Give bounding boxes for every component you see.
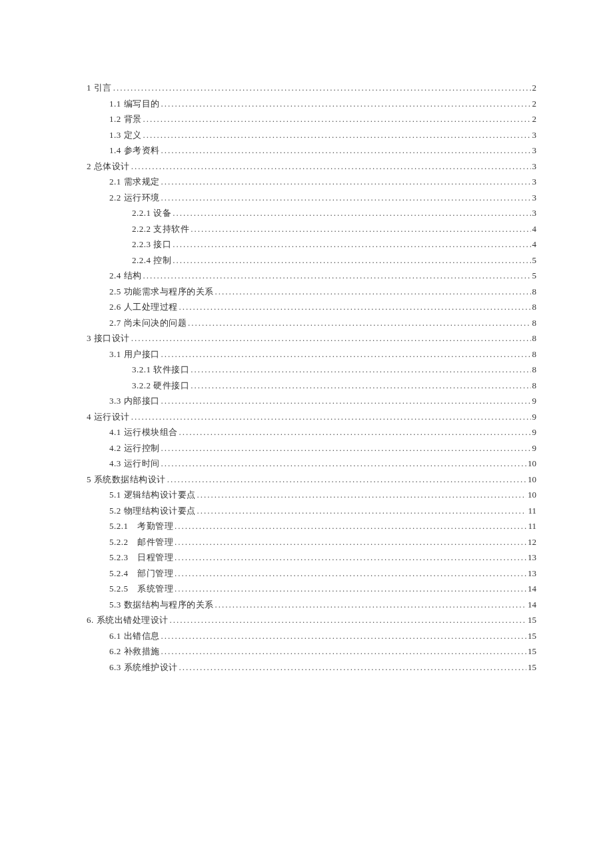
toc-leader-dots [131,409,531,425]
toc-entry[interactable]: 4.2 运行控制9 [87,440,536,456]
toc-entry-label: 5.2.2 邮件管理 [109,534,173,550]
toc-entry-page: 8 [532,378,537,394]
toc-entry[interactable]: 2.1 需求规定3 [87,174,536,190]
toc-leader-dots [175,550,526,566]
toc-entry[interactable]: 6.2 补救措施 15 [87,644,536,659]
toc-entry[interactable]: 2.7 尚未问决的问题8 [87,315,536,331]
toc-entry-label: 2 总体设计 [87,159,130,175]
toc-entry-page: 15 [528,612,536,628]
toc-entry-page: 5 [532,252,537,268]
toc-entry[interactable]: 6.3 系统维护设计 15 [87,659,536,675]
toc-entry[interactable]: 2.5 功能需求与程序的关系 8 [87,284,536,300]
toc-entry-page: 2 [532,80,537,96]
toc-entry[interactable]: 4.1 运行模块组合 9 [87,424,536,440]
toc-entry[interactable]: 1.1 编写目的2 [87,96,536,112]
toc-leader-dots [161,440,531,456]
toc-leader-dots [179,659,527,675]
toc-entry[interactable]: 3.2.1 软件接口 8 [87,362,536,378]
toc-leader-dots [191,378,530,394]
toc-entry-page: 8 [532,284,537,300]
toc-leader-dots [131,330,531,346]
toc-entry-label: 6.2 补救措施 [109,644,160,659]
toc-entry[interactable]: 5.1 逻辑结构设计要点 10 [87,487,536,503]
toc-entry-label: 6.3 系统维护设计 [109,659,178,675]
toc-entry[interactable]: 2 总体设计3 [87,159,536,175]
toc-entry-label: 1.1 编写目的 [109,96,160,112]
toc-leader-dots [161,174,531,190]
toc-leader-dots [161,393,531,409]
toc-leader-dots [175,566,526,582]
toc-leader-dots [161,346,531,362]
toc-entry[interactable]: 1.3 定义3 [87,127,536,143]
toc-entry-page: 2 [532,96,537,112]
toc-leader-dots [170,612,527,628]
toc-entry-label: 1.2 背景 [109,111,142,127]
toc-entry[interactable]: 5.2.3 日程管理 13 [87,550,536,566]
toc-entry-label: 2.2.2 支持软件 [132,221,189,237]
toc-entry-page: 3 [532,127,537,143]
toc-entry[interactable]: 4.3 运行时间 10 [87,456,536,472]
toc-leader-dots [173,236,530,252]
toc-entry[interactable]: 1.2 背景2 [87,111,536,127]
toc-entry[interactable]: 5 系统数据结构设计 10 [87,472,536,488]
toc-entry-page: 10 [528,472,536,488]
toc-entry[interactable]: 3.1 用户接口 8 [87,346,536,362]
toc-leader-dots [161,456,527,472]
toc-leader-dots [131,159,531,175]
toc-entry-page: 4 [532,221,537,237]
toc-entry-label: 1.3 定义 [109,127,142,143]
toc-entry-page: 3 [532,190,537,206]
toc-leader-dots [215,597,527,613]
toc-entry[interactable]: 4 运行设计9 [87,409,536,425]
toc-leader-dots [173,205,530,221]
toc-entry[interactable]: 6. 系统出错处理设计 15 [87,612,536,628]
toc-entry[interactable]: 3.3 内部接口 9 [87,393,536,409]
toc-leader-dots [191,221,530,237]
toc-leader-dots [143,268,531,284]
toc-leader-dots [175,581,526,597]
toc-entry-page: 8 [532,315,537,331]
toc-entry[interactable]: 5.2.2 邮件管理 12 [87,534,536,550]
toc-entry[interactable]: 2.2.2 支持软件4 [87,221,536,237]
toc-entry-page: 14 [528,597,536,613]
toc-entry-label: 5.2.1 考勤管理 [109,518,173,534]
toc-entry-label: 2.2.4 控制 [132,252,171,268]
toc-entry[interactable]: 1 引言2 [87,80,536,96]
toc-entry-label: 1 引言 [87,80,112,96]
toc-entry[interactable]: 2.2.1 设备3 [87,205,536,221]
toc-entry[interactable]: 2.2 运行环境3 [87,190,536,206]
toc-entry[interactable]: 5.2.4 部门管理 13 [87,566,536,582]
table-of-contents: 1 引言21.1 编写目的21.2 背景21.3 定义31.4 参考资料32 总… [87,80,536,675]
toc-entry[interactable]: 1.4 参考资料3 [87,143,536,159]
toc-leader-dots [161,190,531,206]
toc-entry[interactable]: 3 接口设计8 [87,330,536,346]
toc-entry[interactable]: 5.2.5 系统管理 14 [87,581,536,597]
toc-entry[interactable]: 2.4 结构5 [87,268,536,284]
toc-leader-dots [173,252,530,268]
toc-leader-dots [143,111,531,127]
toc-entry[interactable]: 5.2.1 考勤管理 11 [87,518,536,534]
toc-entry-page: 13 [528,566,536,582]
toc-entry-page: 3 [532,143,537,159]
toc-entry[interactable]: 5.2 物理结构设计要点 11 [87,503,536,519]
toc-entry-page: 4 [532,236,537,252]
toc-leader-dots [161,143,531,159]
toc-entry[interactable]: 3.2.2 硬件接口 8 [87,378,536,394]
toc-entry-label: 6. 系统出错处理设计 [87,612,169,628]
toc-entry-label: 6.1 出错信息 [109,628,160,644]
toc-entry[interactable]: 2.2.3 接口 4 [87,236,536,252]
toc-entry-label: 4 运行设计 [87,409,130,425]
toc-entry-label: 5.2.4 部门管理 [109,566,173,582]
toc-entry-page: 8 [532,362,537,378]
toc-entry-page: 11 [528,518,536,534]
toc-entry-label: 2.5 功能需求与程序的关系 [109,284,214,300]
toc-entry-page: 3 [532,174,537,190]
toc-entry[interactable]: 6.1 出错信息 15 [87,628,536,644]
toc-entry[interactable]: 2.6 人工处理过程8 [87,299,536,315]
toc-leader-dots [113,80,531,96]
toc-entry[interactable]: 5.3 数据结构与程序的关系 14 [87,597,536,613]
toc-entry-label: 5.3 数据结构与程序的关系 [109,597,214,613]
toc-leader-dots [167,472,526,488]
toc-entry-page: 9 [532,409,537,425]
toc-entry[interactable]: 2.2.4 控制5 [87,252,536,268]
